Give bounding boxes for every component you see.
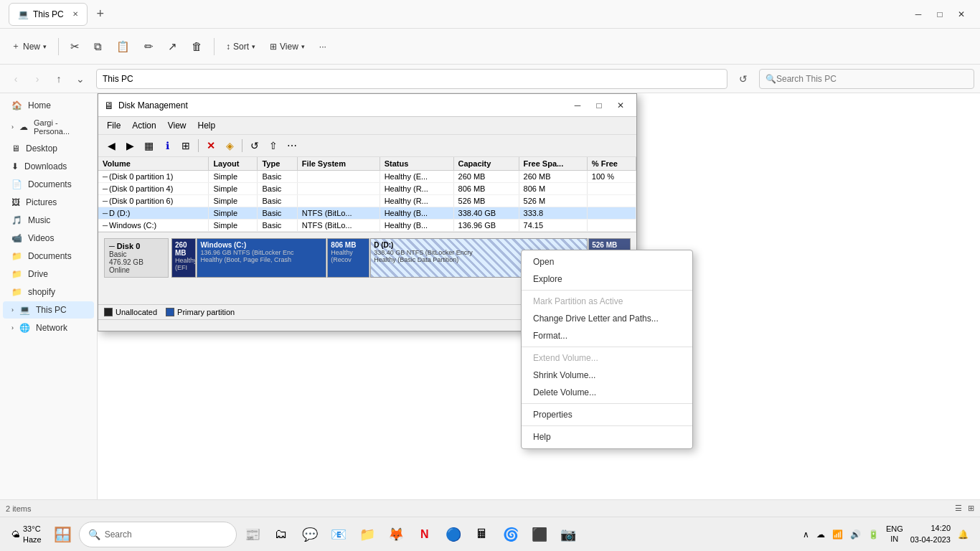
start-button[interactable]: 🪟 (50, 522, 76, 547)
tab-this-pc[interactable]: 💻 This PC ✕ (9, 3, 88, 26)
table-row[interactable]: ─D (D:)SimpleBasicNTFS (BitLo...Healthy … (98, 207, 636, 220)
sidebar-item-gargi[interactable]: › ☁ Gargi - Persona... (3, 115, 94, 139)
sidebar-item-home[interactable]: 🏠 Home (3, 97, 94, 114)
taskbar-calc-icon[interactable]: 🖩 (469, 522, 495, 547)
dm-detail-button[interactable]: ▦ (140, 137, 157, 154)
sidebar-item-downloads[interactable]: ⬇ Downloads (3, 158, 94, 175)
col-free[interactable]: Free Spa... (519, 157, 587, 171)
sidebar-item-videos[interactable]: 📹 Videos (3, 230, 94, 247)
ctx-item-shrink-volume---[interactable]: Shrink Volume... (522, 367, 692, 384)
forward-button[interactable]: › (27, 69, 47, 89)
sidebar-item-desktop[interactable]: 🖥 Desktop (3, 140, 94, 157)
sidebar-item-documents2[interactable]: 📁 Documents (3, 248, 94, 265)
ctx-item-open[interactable]: Open (522, 253, 692, 270)
dm-maximize-button[interactable]: □ (589, 95, 609, 116)
sidebar-item-this-pc[interactable]: › 💻 This PC (3, 301, 94, 319)
taskbar-firefox-icon[interactable]: 🦊 (383, 522, 409, 547)
tray-volume[interactable]: 🔊 (847, 528, 864, 541)
more-button[interactable]: ··· (314, 39, 332, 55)
table-row[interactable]: ─(Disk 0 partition 6)SimpleBasicHealthy … (98, 195, 636, 207)
minimize-main-btn[interactable]: ─ (908, 4, 928, 24)
col-volume[interactable]: Volume (98, 157, 209, 171)
col-status[interactable]: Status (380, 157, 453, 171)
close-main-btn[interactable]: ✕ (951, 4, 971, 24)
sidebar-item-music[interactable]: 🎵 Music (3, 212, 94, 229)
ctx-item-help[interactable]: Help (522, 428, 692, 446)
taskbar-files-icon[interactable]: 🗂 (268, 522, 294, 547)
partition-efi[interactable]: 260 MB Healthy (EFI (171, 238, 196, 278)
dm-format-button[interactable]: ◈ (221, 137, 238, 154)
tray-battery[interactable]: 🔋 (865, 528, 882, 541)
partition-recov1[interactable]: 806 MB Healthy (Recov (327, 238, 369, 278)
dm-menu-help[interactable]: Help (192, 118, 222, 133)
col-layout[interactable]: Layout (209, 157, 258, 171)
dm-menu-view[interactable]: View (162, 118, 192, 133)
sidebar-item-network[interactable]: › 🌐 Network (3, 319, 94, 336)
sidebar-item-shopify[interactable]: 📁 shopify (3, 283, 94, 301)
col-filesystem[interactable]: File System (297, 157, 380, 171)
ctx-item-change-drive-letter-and-paths---[interactable]: Change Drive Letter and Paths... (522, 310, 692, 327)
sidebar-item-pictures[interactable]: 🖼 Pictures (3, 194, 94, 211)
copy-button[interactable]: ⧉ (88, 37, 108, 56)
weather-widget[interactable]: 🌤 33°C Haze (6, 524, 47, 545)
col-capacity[interactable]: Capacity (453, 157, 519, 171)
ctx-item-delete-volume---[interactable]: Delete Volume... (522, 384, 692, 401)
paste-button[interactable]: 📋 (110, 37, 136, 56)
cut-button[interactable]: ✂ (65, 37, 85, 56)
tray-onedrive[interactable]: ☁ (814, 528, 828, 541)
dm-properties-button[interactable]: ℹ (159, 137, 176, 154)
taskbar-terminal-icon[interactable]: ⬛ (527, 522, 552, 547)
search-box[interactable]: 🔍 (759, 69, 974, 89)
dm-minimize-button[interactable]: ─ (567, 95, 588, 116)
dm-forward-button[interactable]: ▶ (121, 137, 138, 154)
sidebar-item-documents[interactable]: 📄 Documents (3, 176, 94, 193)
up-button[interactable]: ↑ (49, 69, 69, 89)
clock[interactable]: 14:20 03-04-2023 (908, 522, 953, 547)
back-button[interactable]: ‹ (6, 69, 26, 89)
taskbar-outlook-icon[interactable]: 📧 (326, 522, 352, 547)
table-row[interactable]: ─(Disk 0 partition 1)SimpleBasicHealthy … (98, 171, 636, 183)
address-input[interactable] (96, 69, 727, 89)
sidebar-item-drive[interactable]: 📁 Drive (3, 265, 94, 283)
tray-network[interactable]: 📶 (829, 528, 846, 541)
dm-back-button[interactable]: ◀ (103, 137, 120, 154)
dm-menu-action[interactable]: Action (126, 118, 161, 133)
maximize-main-btn[interactable]: □ (930, 4, 950, 24)
refresh-button[interactable]: ↺ (733, 69, 753, 89)
taskbar-widgets-button[interactable]: 📰 (240, 522, 265, 547)
new-tab-button[interactable]: + (90, 4, 110, 24)
tray-chevron[interactable]: ∧ (800, 528, 812, 541)
taskbar-chrome-icon[interactable]: 🔵 (440, 522, 466, 547)
recent-button[interactable]: ⌄ (70, 69, 90, 89)
dm-menu-file[interactable]: File (101, 118, 126, 133)
dm-delete-button[interactable]: ✕ (202, 137, 220, 154)
new-button[interactable]: ＋ New ▾ (6, 37, 52, 55)
ctx-item-explore[interactable]: Explore (522, 270, 692, 288)
partition-c[interactable]: Windows (C:) 136.96 GB NTFS (BitLocker E… (197, 238, 326, 278)
table-row[interactable]: ─(Disk 0 partition 4)SimpleBasicHealthy … (98, 183, 636, 195)
taskbar-netflix-icon[interactable]: N (412, 522, 438, 547)
ctx-item-format---[interactable]: Format... (522, 327, 692, 344)
taskbar-chat-icon[interactable]: 💬 (297, 522, 323, 547)
dm-extend-button[interactable]: ⇧ (265, 137, 282, 154)
dm-view-button[interactable]: ⊞ (177, 137, 194, 154)
col-pct[interactable]: % Free (587, 157, 636, 171)
tab-close-btn[interactable]: ✕ (72, 10, 78, 18)
taskbar-camera-icon[interactable]: 📷 (555, 522, 581, 547)
dm-more-button[interactable]: ⋯ (283, 137, 301, 154)
table-row[interactable]: ─Windows (C:)SimpleBasicNTFS (BitLo...He… (98, 220, 636, 232)
sort-button[interactable]: ↕ Sort ▾ (220, 39, 261, 55)
rename-button[interactable]: ✏ (138, 37, 159, 56)
tray-notifications[interactable]: 🔔 (955, 528, 971, 541)
tray-lang[interactable]: ENG IN (883, 523, 906, 545)
dm-close-button[interactable]: ✕ (611, 95, 631, 116)
dm-refresh-button[interactable]: ↺ (246, 137, 263, 154)
view-button[interactable]: ⊞ View ▾ (264, 39, 311, 55)
ctx-item-properties[interactable]: Properties (522, 406, 692, 423)
share-button[interactable]: ↗ (162, 37, 183, 56)
taskbar-files2-icon[interactable]: 📁 (354, 522, 380, 547)
taskbar-search-bar[interactable]: 🔍 Search (79, 522, 237, 547)
taskbar-edge-icon[interactable]: 🌀 (498, 522, 524, 547)
col-type[interactable]: Type (258, 157, 297, 171)
view-grid-icon[interactable]: ⊞ (968, 504, 974, 513)
